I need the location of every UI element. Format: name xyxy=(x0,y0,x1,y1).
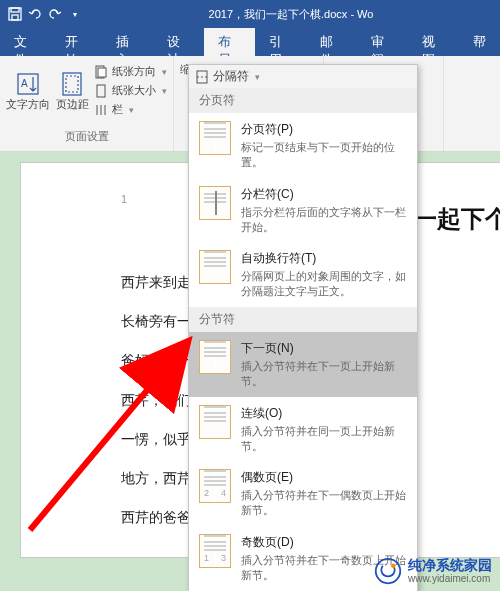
odd-page-title: 奇数页(D) xyxy=(241,534,407,551)
item-even-page[interactable]: 24 偶数页(E) 插入分节符并在下一偶数页上开始新节。 xyxy=(189,461,417,526)
text-wrapping-desc: 分隔网页上的对象周围的文字，如分隔题注文字与正文。 xyxy=(241,269,407,299)
odd-page-icon: 13 xyxy=(199,534,231,568)
ribbon-tabs: 文件 开始 插入 设计 布局 引用 邮件 审阅 视图 帮 xyxy=(0,28,500,56)
chevron-down-icon: ▾ xyxy=(255,72,260,82)
next-page-desc: 插入分节符并在下一页上开始新节。 xyxy=(241,359,407,389)
item-column-break[interactable]: 分栏符(C) 指示分栏符后面的文字将从下一栏开始。 xyxy=(189,178,417,243)
tab-design[interactable]: 设计 xyxy=(153,28,204,56)
columns-label: 栏 xyxy=(112,102,123,117)
watermark-logo-icon xyxy=(374,557,402,585)
tab-layout[interactable]: 布局 xyxy=(204,28,255,56)
svg-rect-1 xyxy=(11,8,19,12)
item-continuous[interactable]: 连续(O) 插入分节符并在同一页上开始新节。 xyxy=(189,397,417,462)
page-break-desc: 标记一页结束与下一页开始的位置。 xyxy=(241,140,407,170)
text-direction-label: 文字方向 xyxy=(6,97,50,112)
redo-icon[interactable] xyxy=(46,5,64,23)
size-button[interactable]: 纸张大小▾ xyxy=(94,81,167,100)
page-break-icon xyxy=(199,121,231,155)
svg-rect-8 xyxy=(98,68,106,77)
group-page-setup: A 文字方向 页边距 纸张方向▾ 纸张大小▾ 栏▾ xyxy=(0,56,174,151)
page-break-title: 分页符(P) xyxy=(241,121,407,138)
column-break-icon xyxy=(199,186,231,220)
next-page-title: 下一页(N) xyxy=(241,340,407,357)
tab-home[interactable]: 开始 xyxy=(51,28,102,56)
even-page-title: 偶数页(E) xyxy=(241,469,407,486)
watermark-brand: 纯净系统家园 xyxy=(408,558,492,573)
window-title: 2017，我们一起下个棋.docx - Wo xyxy=(90,7,500,22)
title-bar: ▾ 2017，我们一起下个棋.docx - Wo xyxy=(0,0,500,28)
tab-review[interactable]: 审阅 xyxy=(357,28,408,56)
chevron-down-icon: ▾ xyxy=(162,67,167,77)
save-icon[interactable] xyxy=(6,5,24,23)
item-text-wrapping[interactable]: 自动换行符(T) 分隔网页上的对象周围的文字，如分隔题注文字与正文。 xyxy=(189,242,417,307)
svg-text:A: A xyxy=(21,78,28,89)
ruler-mark: 1 xyxy=(121,193,127,205)
quick-access-toolbar: ▾ xyxy=(0,5,90,23)
margins-label: 页边距 xyxy=(56,97,89,112)
svg-point-16 xyxy=(376,559,401,584)
svg-rect-2 xyxy=(12,15,18,20)
chevron-down-icon: ▾ xyxy=(129,105,134,115)
item-page-break[interactable]: 分页符(P) 标记一页结束与下一页开始的位置。 xyxy=(189,113,417,178)
tab-insert[interactable]: 插入 xyxy=(102,28,153,56)
chevron-down-icon: ▾ xyxy=(162,86,167,96)
undo-icon[interactable] xyxy=(26,5,44,23)
tab-file[interactable]: 文件 xyxy=(0,28,51,56)
size-label: 纸张大小 xyxy=(112,83,156,98)
continuous-icon xyxy=(199,405,231,439)
watermark: 纯净系统家园 www.yidaimei.com xyxy=(374,557,492,585)
item-next-page[interactable]: 下一页(N) 插入分节符并在下一页上开始新节。 xyxy=(189,332,417,397)
breaks-label: 分隔符 xyxy=(213,68,249,85)
breaks-dropdown: 分隔符 ▾ 分页符 分页符(P) 标记一页结束与下一页开始的位置。 分栏符(C)… xyxy=(188,64,418,591)
tab-mailings[interactable]: 邮件 xyxy=(306,28,357,56)
page-setup-group-label: 页面设置 xyxy=(6,129,167,147)
orientation-label: 纸张方向 xyxy=(112,64,156,79)
qat-dropdown-icon[interactable]: ▾ xyxy=(66,5,84,23)
columns-button[interactable]: 栏▾ xyxy=(94,100,167,119)
even-page-icon: 24 xyxy=(199,469,231,503)
text-wrapping-icon xyxy=(199,250,231,284)
orientation-button[interactable]: 纸张方向▾ xyxy=(94,62,167,81)
section-section-breaks: 分节符 xyxy=(189,307,417,332)
svg-point-17 xyxy=(391,564,395,568)
margins-button[interactable]: 页边距 xyxy=(50,60,94,119)
next-page-icon xyxy=(199,340,231,374)
svg-rect-9 xyxy=(97,85,105,97)
watermark-url: www.yidaimei.com xyxy=(408,573,492,584)
tab-view[interactable]: 视图 xyxy=(408,28,459,56)
svg-rect-6 xyxy=(66,76,78,92)
tab-references[interactable]: 引用 xyxy=(255,28,306,56)
breaks-dropdown-header[interactable]: 分隔符 ▾ xyxy=(189,65,417,88)
continuous-desc: 插入分节符并在同一页上开始新节。 xyxy=(241,424,407,454)
column-break-title: 分栏符(C) xyxy=(241,186,407,203)
column-break-desc: 指示分栏符后面的文字将从下一栏开始。 xyxy=(241,205,407,235)
text-wrapping-title: 自动换行符(T) xyxy=(241,250,407,267)
tab-help[interactable]: 帮 xyxy=(459,28,500,56)
section-page-breaks: 分页符 xyxy=(189,88,417,113)
even-page-desc: 插入分节符并在下一偶数页上开始新节。 xyxy=(241,488,407,518)
continuous-title: 连续(O) xyxy=(241,405,407,422)
text-direction-button[interactable]: A 文字方向 xyxy=(6,60,50,119)
